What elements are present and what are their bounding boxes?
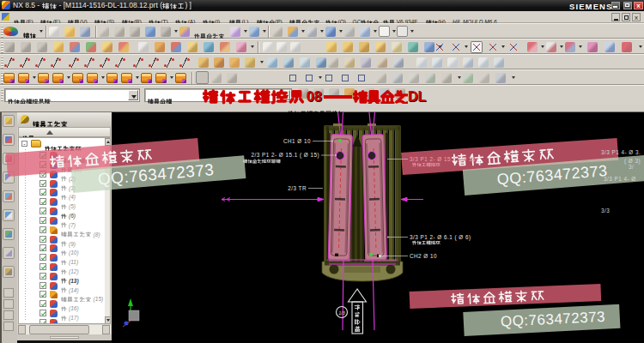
- svg-text:3/3 P1 2- Ø 6.1 ( Ø 6): 3/3 P1 2- Ø 6.1 ( Ø 6): [410, 234, 471, 241]
- svg-text:CH2 Ø 10: CH2 Ø 10: [410, 253, 437, 259]
- svg-text:2/3 P1 2- Ø 15.1 ( Ø 15): 2/3 P1 2- Ø 15.1 ( Ø 15): [251, 152, 319, 159]
- svg-text:1/3: 1/3: [338, 310, 346, 316]
- svg-text:CH1 Ø 10: CH1 Ø 10: [283, 138, 311, 144]
- svg-text:2/3 TR: 2/3 TR: [288, 185, 307, 191]
